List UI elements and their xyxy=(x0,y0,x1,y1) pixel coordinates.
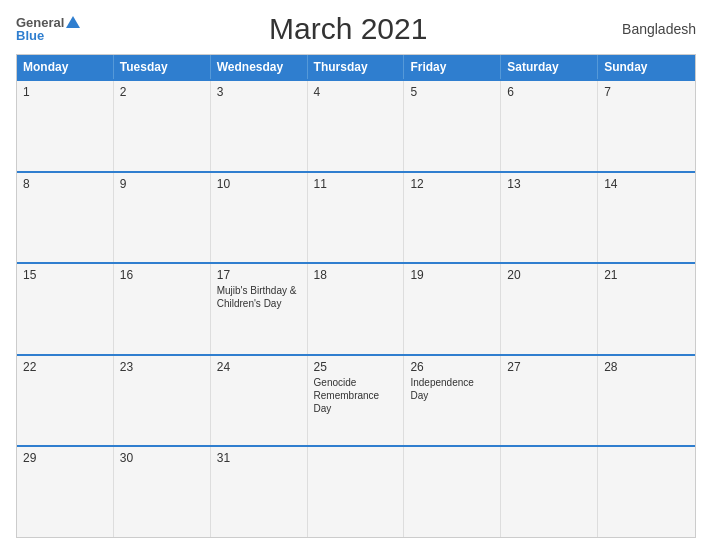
day-number: 25 xyxy=(314,360,398,374)
day-number: 17 xyxy=(217,268,301,282)
day-number: 1 xyxy=(23,85,107,99)
calendar-cell: 15 xyxy=(17,264,114,354)
calendar-event: Independence Day xyxy=(410,376,494,402)
calendar-cell: 1 xyxy=(17,81,114,171)
calendar-header: MondayTuesdayWednesdayThursdayFridaySatu… xyxy=(17,55,695,79)
weekday-header-wednesday: Wednesday xyxy=(211,55,308,79)
calendar-cell: 21 xyxy=(598,264,695,354)
calendar-cell xyxy=(598,447,695,537)
calendar-cell: 10 xyxy=(211,173,308,263)
day-number: 30 xyxy=(120,451,204,465)
calendar-cell: 8 xyxy=(17,173,114,263)
day-number: 9 xyxy=(120,177,204,191)
day-number: 18 xyxy=(314,268,398,282)
day-number: 24 xyxy=(217,360,301,374)
calendar-cell: 27 xyxy=(501,356,598,446)
calendar-cell: 13 xyxy=(501,173,598,263)
logo-triangle-icon xyxy=(66,16,80,28)
calendar-cell xyxy=(501,447,598,537)
calendar-week-1: 1234567 xyxy=(17,79,695,171)
calendar-cell: 12 xyxy=(404,173,501,263)
calendar-cell: 25Genocide Remembrance Day xyxy=(308,356,405,446)
calendar-cell: 3 xyxy=(211,81,308,171)
calendar-cell: 23 xyxy=(114,356,211,446)
day-number: 31 xyxy=(217,451,301,465)
calendar-cell: 31 xyxy=(211,447,308,537)
page-title: March 2021 xyxy=(80,12,616,46)
calendar-week-3: 151617Mujib's Birthday & Children's Day1… xyxy=(17,262,695,354)
day-number: 12 xyxy=(410,177,494,191)
day-number: 19 xyxy=(410,268,494,282)
calendar-cell: 9 xyxy=(114,173,211,263)
calendar-week-4: 22232425Genocide Remembrance Day26Indepe… xyxy=(17,354,695,446)
calendar-cell: 5 xyxy=(404,81,501,171)
day-number: 21 xyxy=(604,268,689,282)
day-number: 20 xyxy=(507,268,591,282)
country-label: Bangladesh xyxy=(616,21,696,37)
calendar-cell: 22 xyxy=(17,356,114,446)
logo-blue-text: Blue xyxy=(16,29,44,42)
weekday-header-saturday: Saturday xyxy=(501,55,598,79)
day-number: 10 xyxy=(217,177,301,191)
logo: General Blue xyxy=(16,16,80,42)
calendar-event: Mujib's Birthday & Children's Day xyxy=(217,284,301,310)
calendar-cell: 20 xyxy=(501,264,598,354)
weekday-header-tuesday: Tuesday xyxy=(114,55,211,79)
day-number: 26 xyxy=(410,360,494,374)
day-number: 6 xyxy=(507,85,591,99)
calendar-cell: 16 xyxy=(114,264,211,354)
day-number: 27 xyxy=(507,360,591,374)
calendar-event: Genocide Remembrance Day xyxy=(314,376,398,415)
weekday-header-sunday: Sunday xyxy=(598,55,695,79)
day-number: 28 xyxy=(604,360,689,374)
calendar-cell xyxy=(308,447,405,537)
calendar-cell: 24 xyxy=(211,356,308,446)
day-number: 16 xyxy=(120,268,204,282)
calendar-cell: 6 xyxy=(501,81,598,171)
calendar-cell: 14 xyxy=(598,173,695,263)
calendar-cell: 29 xyxy=(17,447,114,537)
day-number: 2 xyxy=(120,85,204,99)
header: General Blue March 2021 Bangladesh xyxy=(16,12,696,46)
calendar-cell: 4 xyxy=(308,81,405,171)
day-number: 4 xyxy=(314,85,398,99)
calendar-cell: 26Independence Day xyxy=(404,356,501,446)
weekday-header-monday: Monday xyxy=(17,55,114,79)
calendar: MondayTuesdayWednesdayThursdayFridaySatu… xyxy=(16,54,696,538)
day-number: 15 xyxy=(23,268,107,282)
day-number: 5 xyxy=(410,85,494,99)
calendar-cell: 18 xyxy=(308,264,405,354)
day-number: 3 xyxy=(217,85,301,99)
day-number: 14 xyxy=(604,177,689,191)
calendar-cell: 7 xyxy=(598,81,695,171)
calendar-cell: 28 xyxy=(598,356,695,446)
day-number: 23 xyxy=(120,360,204,374)
day-number: 29 xyxy=(23,451,107,465)
calendar-body: 1234567891011121314151617Mujib's Birthda… xyxy=(17,79,695,537)
page: General Blue March 2021 Bangladesh Monda… xyxy=(0,0,712,550)
day-number: 22 xyxy=(23,360,107,374)
day-number: 13 xyxy=(507,177,591,191)
day-number: 7 xyxy=(604,85,689,99)
calendar-cell: 2 xyxy=(114,81,211,171)
calendar-week-2: 891011121314 xyxy=(17,171,695,263)
day-number: 11 xyxy=(314,177,398,191)
calendar-cell: 19 xyxy=(404,264,501,354)
calendar-cell: 11 xyxy=(308,173,405,263)
calendar-cell xyxy=(404,447,501,537)
calendar-cell: 30 xyxy=(114,447,211,537)
calendar-week-5: 293031 xyxy=(17,445,695,537)
day-number: 8 xyxy=(23,177,107,191)
weekday-header-friday: Friday xyxy=(404,55,501,79)
calendar-cell: 17Mujib's Birthday & Children's Day xyxy=(211,264,308,354)
weekday-header-thursday: Thursday xyxy=(308,55,405,79)
